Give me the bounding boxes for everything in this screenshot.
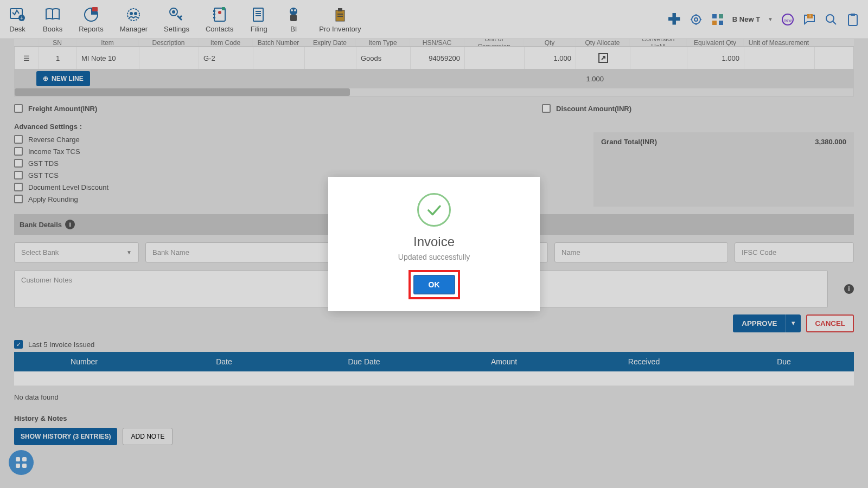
- success-modal: Invoice Updated successfully OK: [328, 177, 540, 311]
- modal-overlay: Invoice Updated successfully OK: [0, 0, 868, 488]
- ok-highlight: OK: [409, 270, 460, 299]
- ok-button[interactable]: OK: [413, 275, 455, 294]
- checkmark-icon: [417, 193, 451, 227]
- modal-title: Invoice: [344, 234, 524, 249]
- modal-subtitle: Updated successfully: [344, 253, 524, 261]
